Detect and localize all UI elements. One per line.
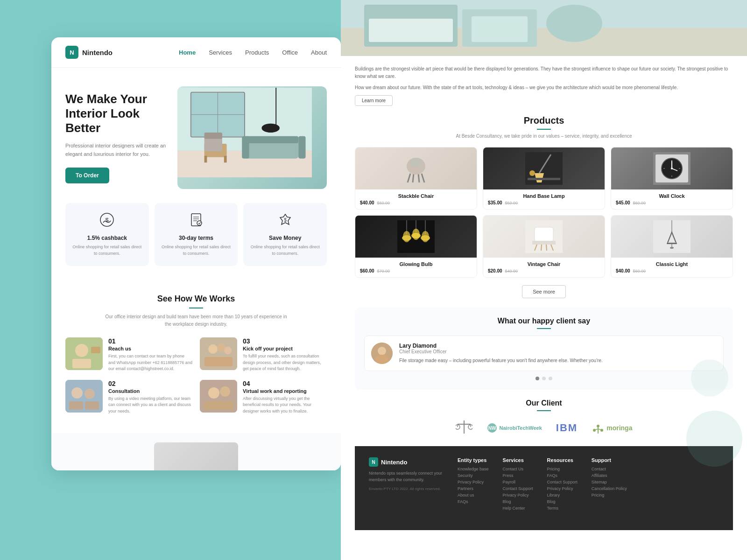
deco-circle-1: [686, 411, 742, 467]
save-desc: Online shopping for retail sales direct …: [250, 244, 320, 257]
svg-rect-61: [528, 178, 560, 180]
product-img-classiclight: [611, 216, 733, 258]
dot-3[interactable]: [549, 377, 552, 380]
bottom-partial: [51, 433, 341, 470]
how-step-desc-2: By using a video meeting platform, our t…: [108, 396, 192, 415]
footer-col-services-title: Services: [503, 457, 533, 463]
dot-2[interactable]: [542, 377, 546, 380]
svg-text:$: $: [284, 217, 287, 223]
how-title: See How We Works: [65, 294, 327, 304]
product-prices-chair: $40.00 $60.00: [360, 200, 472, 205]
svg-line-90: [546, 245, 547, 251]
how-step-title-4: Virtual work and reporting: [243, 388, 327, 394]
how-img-4: [200, 380, 237, 413]
nav-link-office[interactable]: Office: [282, 49, 298, 56]
footer-link-support2[interactable]: Contact Support: [547, 480, 578, 484]
product-name-bulb: Glowing Bulb: [360, 261, 472, 267]
svg-rect-86: [532, 241, 556, 245]
hero-subtext: Professional interior designers will cre…: [65, 142, 168, 158]
product-info-classiclight: Classic Light $40.00 $60.00: [611, 258, 733, 277]
product-img-vinchair: [483, 216, 605, 258]
nav-link-products[interactable]: Products: [245, 49, 269, 56]
how-section: See How We Works Our office interior des…: [51, 280, 341, 433]
footer-link-blog[interactable]: Blog: [503, 499, 533, 504]
footer-link-payroll[interactable]: Payroll: [503, 480, 533, 484]
footer-col-resources: Resources Pricing FAQs Contact Support P…: [547, 457, 578, 512]
footer-link-knowledge[interactable]: Knowledge base: [458, 467, 489, 471]
testimonial-dots: [364, 377, 724, 380]
clients-divider: [537, 410, 551, 411]
footer-link-pricing[interactable]: Pricing: [547, 467, 578, 471]
svg-line-54: [413, 174, 414, 182]
footer-link-cancellation[interactable]: Cancellation Policy: [592, 486, 627, 491]
svg-line-53: [422, 174, 424, 182]
footer-link-contact[interactable]: Contact Us: [503, 467, 533, 471]
learn-more-button[interactable]: Learn more: [355, 95, 393, 106]
footer-link-contact2[interactable]: Contact: [592, 467, 627, 471]
nav-link-home[interactable]: Home: [179, 49, 196, 56]
product-prices-vinchair: $20.00 $40.00: [488, 268, 600, 273]
product-info-vinchair: Vintage Chair $20.00 $40.00: [483, 258, 605, 277]
footer-brand-desc: Nintendo opta seamlessly connect your me…: [369, 470, 444, 483]
svg-rect-34: [204, 357, 233, 366]
svg-rect-9: [245, 140, 298, 158]
price-new-chair: $40.00: [360, 200, 374, 205]
footer-link-privacy2[interactable]: Privacy Policy: [503, 493, 533, 497]
order-button[interactable]: To Order: [65, 168, 109, 183]
deco-circle-2: [691, 359, 728, 397]
svg-point-42: [220, 386, 230, 397]
footer-link-privacy[interactable]: Privacy Policy: [458, 480, 489, 484]
product-name-chair: Stackble Chair: [360, 193, 472, 199]
footer-link-affiliates[interactable]: Affiliates: [592, 473, 627, 478]
svg-rect-43: [204, 401, 233, 410]
svg-point-41: [208, 387, 219, 399]
footer-link-blog2[interactable]: Blog: [547, 499, 578, 504]
product-img-clock: [611, 147, 733, 189]
footer-link-press[interactable]: Press: [503, 473, 533, 478]
footer-link-partners[interactable]: Partners: [458, 486, 489, 491]
svg-rect-29: [91, 347, 100, 353]
hero-text: We Make Your Interior Look Better Profes…: [65, 92, 168, 184]
how-img-2: [65, 380, 103, 413]
about-block: Buildings are the strongest visible art …: [355, 65, 733, 106]
footer-link-privacy3[interactable]: Privacy Policy: [547, 486, 578, 491]
footer-link-about[interactable]: About us: [458, 493, 489, 497]
client-logo-moringa: moringa: [592, 421, 632, 434]
svg-point-80: [412, 229, 420, 240]
price-old-chair: $60.00: [377, 201, 390, 205]
footer-link-faqs[interactable]: FAQs: [458, 499, 489, 504]
price-new-vinchair: $20.00: [488, 268, 502, 273]
product-name-lamp: Hand Base Lamp: [488, 193, 600, 199]
product-prices-bulb: $60.00 $70.00: [360, 268, 472, 273]
how-step-title-2: Consultation: [108, 388, 192, 394]
product-wall-clock: Wall Clock $45.00 $60.00: [611, 147, 733, 210]
footer-link-sitemap[interactable]: Sitemap: [592, 480, 627, 484]
top-hero-image: [341, 0, 747, 56]
product-classic-light: Classic Light $40.00 $60.00: [611, 215, 733, 278]
svg-point-27: [75, 344, 88, 357]
price-old-bulb: $70.00: [377, 269, 390, 273]
footer-link-library[interactable]: Library: [547, 493, 578, 497]
product-img-chair: [355, 147, 477, 189]
see-more-button[interactable]: See more: [522, 285, 566, 298]
price-new-classiclight: $40.00: [616, 268, 630, 273]
footer-link-support[interactable]: Contact Support: [503, 486, 533, 491]
how-divider: [189, 308, 203, 308]
footer-link-terms[interactable]: Terms: [547, 506, 578, 511]
dot-1[interactable]: [536, 377, 539, 380]
logo-icon: N: [65, 46, 78, 59]
navbar: N Nintendo Home Services Products Office…: [51, 37, 341, 68]
save-title: Save Money: [250, 235, 320, 241]
footer-link-help[interactable]: Help Center: [503, 506, 533, 511]
footer-link-faqs2[interactable]: FAQs: [547, 473, 578, 478]
products-section: Products At Besde Consultancy, we take p…: [355, 115, 733, 298]
footer-link-pricing2[interactable]: Pricing: [592, 493, 627, 497]
nav-link-services[interactable]: Services: [209, 49, 232, 56]
svg-point-50: [546, 5, 602, 42]
svg-point-77: [403, 231, 410, 242]
client-logo-ibm: IBM: [556, 422, 578, 434]
nav-link-about[interactable]: About: [311, 49, 327, 56]
about-para1: Buildings are the strongest visible art …: [355, 65, 733, 80]
clients-logos: NW NairobiTechWeek IBM moringa: [355, 419, 733, 437]
footer-link-security[interactable]: Security: [458, 473, 489, 478]
